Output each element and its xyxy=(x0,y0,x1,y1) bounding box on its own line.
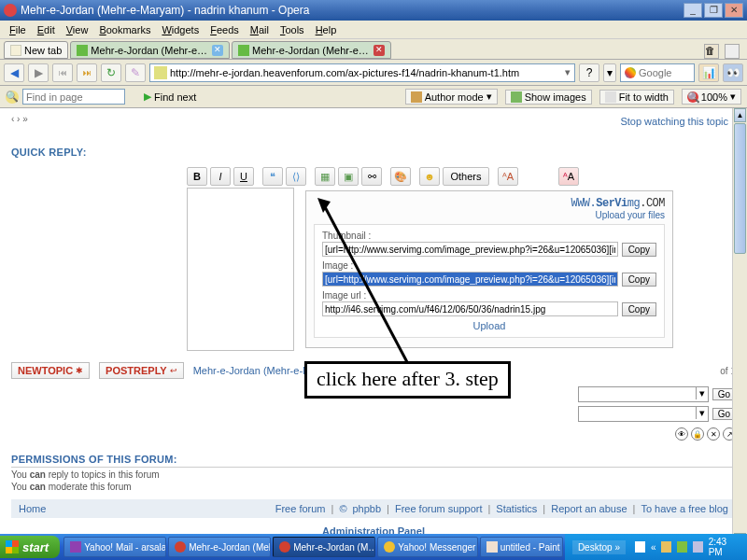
url-label: Image url : xyxy=(322,290,656,301)
taskbar-item[interactable]: untitled - Paint xyxy=(480,537,563,557)
newtopic-button[interactable]: NEWTOPIC✱ xyxy=(11,362,90,379)
bold-button[interactable]: B xyxy=(187,167,207,186)
taskbar-item-active[interactable]: Mehr-e-Jordan (M… xyxy=(273,537,375,557)
view-button[interactable]: 📊 xyxy=(698,63,719,82)
watch-icon[interactable]: 👁 xyxy=(675,427,688,441)
find-input[interactable] xyxy=(22,89,125,105)
dropdown-icon: ▾ xyxy=(730,91,736,103)
zoom-button[interactable]: 🔍 100% ▾ xyxy=(682,89,741,105)
go-button[interactable]: ▾ xyxy=(603,63,616,82)
menu-edit[interactable]: Edit xyxy=(32,22,61,37)
footer-link[interactable]: Free forum xyxy=(275,503,326,514)
footer-link[interactable]: To have a free blog xyxy=(641,503,728,514)
clock[interactable]: 2:43 PM xyxy=(709,537,740,557)
show-images-button[interactable]: Show images xyxy=(505,90,592,105)
footer-link[interactable]: Free forum support xyxy=(395,503,483,514)
reload-button[interactable]: ↻ xyxy=(101,63,121,82)
stop-watching-link[interactable]: Stop watching this topic xyxy=(620,116,728,127)
maximize-button[interactable]: ❐ xyxy=(704,3,723,18)
permission-line: You can reply to topics in this forum xyxy=(11,469,736,480)
upload-link[interactable]: Upload xyxy=(322,320,656,331)
taskbar-item[interactable]: Mehr-e-Jordan (Meh… xyxy=(168,537,271,557)
scrollbar[interactable]: ▲ ▼ xyxy=(732,108,747,547)
rewind-button[interactable]: ⏮ xyxy=(52,63,73,82)
desktop-toolbar[interactable]: Desktop» xyxy=(572,540,626,554)
switch-mode-button[interactable]: ᴬA xyxy=(558,167,579,186)
trash-icon[interactable]: 🗑 xyxy=(704,44,719,59)
code-button[interactable]: ⟨⟩ xyxy=(286,167,306,186)
font-button[interactable]: ᴬA xyxy=(498,167,518,186)
back-button[interactable]: ◀ xyxy=(4,63,24,82)
author-mode-button[interactable]: Author mode ▾ xyxy=(405,89,498,105)
dropdown-icon[interactable]: ▾ xyxy=(565,66,571,78)
delete-icon[interactable]: ✕ xyxy=(707,427,720,441)
tray-icon[interactable] xyxy=(635,541,645,553)
reply-textarea[interactable] xyxy=(187,188,294,351)
menu-mail[interactable]: Mail xyxy=(245,22,275,37)
italic-button[interactable]: I xyxy=(210,167,231,186)
menu-help[interactable]: Help xyxy=(310,22,343,37)
search-icon: 🔍 xyxy=(6,91,19,104)
menu-bookmarks[interactable]: Bookmarks xyxy=(93,22,156,37)
menu-file[interactable]: File xyxy=(4,22,32,37)
tray-arrows-icon[interactable]: « xyxy=(651,542,656,553)
close-tab-icon[interactable]: ✕ xyxy=(212,45,223,56)
volume-icon[interactable] xyxy=(693,541,703,553)
image-button[interactable]: ▦ xyxy=(315,167,335,186)
upload-subtitle: Upload your files xyxy=(571,210,665,220)
search-input[interactable] xyxy=(639,67,685,78)
color-button[interactable]: 🎨 xyxy=(390,167,411,186)
start-button[interactable]: start xyxy=(0,536,60,558)
scroll-up-icon[interactable]: ▲ xyxy=(734,108,746,122)
lock-icon[interactable]: 🔒 xyxy=(691,427,704,441)
close-tab-icon[interactable]: ✕ xyxy=(374,45,385,56)
panel-icon[interactable] xyxy=(725,44,740,59)
thumbnail-input[interactable] xyxy=(322,242,618,257)
copy-image-button[interactable]: Copy xyxy=(622,273,656,287)
image2-button[interactable]: ▣ xyxy=(338,167,359,186)
taskbar-item[interactable]: Yahoo! Mail - arsalan… xyxy=(63,537,166,557)
menu-feeds[interactable]: Feeds xyxy=(204,22,245,37)
others-button[interactable]: Others xyxy=(443,167,489,186)
menu-tools[interactable]: Tools xyxy=(275,22,310,37)
taskbar-item[interactable]: Yahoo! Messenger xyxy=(377,537,478,557)
fit-width-button[interactable]: Fit to width xyxy=(599,90,674,105)
postreply-button[interactable]: POSTREPLY↩ xyxy=(99,362,184,379)
forward-button[interactable]: ▶ xyxy=(28,63,49,82)
new-tab[interactable]: New tab xyxy=(4,41,68,59)
fast-forward-button[interactable]: ⏭ xyxy=(77,63,97,82)
opera-icon xyxy=(4,4,17,17)
menu-widgets[interactable]: Widgets xyxy=(156,22,204,37)
find-next-button[interactable]: ▶ Find next xyxy=(144,91,196,103)
tray-icon[interactable] xyxy=(661,541,671,553)
scroll-thumb[interactable] xyxy=(734,123,746,254)
copyright: © xyxy=(339,503,346,514)
binoculars-icon[interactable]: 👀 xyxy=(723,63,743,82)
close-button[interactable]: ✕ xyxy=(725,3,743,18)
search-box[interactable] xyxy=(620,63,695,82)
footer-link[interactable]: Report an abuse xyxy=(551,503,627,514)
quote-button[interactable]: ❝ xyxy=(262,167,283,186)
url-input[interactable] xyxy=(322,301,618,316)
footer-link[interactable]: Statistics xyxy=(496,503,537,514)
link-button[interactable]: ⚯ xyxy=(361,167,382,186)
footer-link[interactable]: phpbb xyxy=(352,503,381,514)
tab-1[interactable]: Mehr-e-Jordan (Mehr-e… ✕ xyxy=(70,41,230,59)
jump-select[interactable]: ▾ xyxy=(578,386,709,402)
url-bar[interactable]: ▾ xyxy=(149,63,575,82)
home-link[interactable]: Home xyxy=(19,503,46,514)
help-button[interactable]: ? xyxy=(579,63,599,82)
url-input[interactable] xyxy=(170,67,565,78)
smiley-button[interactable]: ☻ xyxy=(419,167,440,186)
tray-icon[interactable] xyxy=(677,541,687,553)
menu-view[interactable]: View xyxy=(61,22,94,37)
wand-button[interactable]: ✎ xyxy=(125,63,146,82)
minimize-button[interactable]: _ xyxy=(684,3,702,18)
copy-thumb-button[interactable]: Copy xyxy=(622,243,656,257)
copy-url-button[interactable]: Copy xyxy=(622,302,656,316)
fit-label: Fit to width xyxy=(619,91,669,103)
tab-2[interactable]: Mehr-e-Jordan (Mehr-e… ✕ xyxy=(232,41,391,59)
image-input[interactable] xyxy=(322,272,618,287)
jump-select-2[interactable]: ▾ xyxy=(578,406,709,422)
underline-button[interactable]: U xyxy=(233,167,254,186)
